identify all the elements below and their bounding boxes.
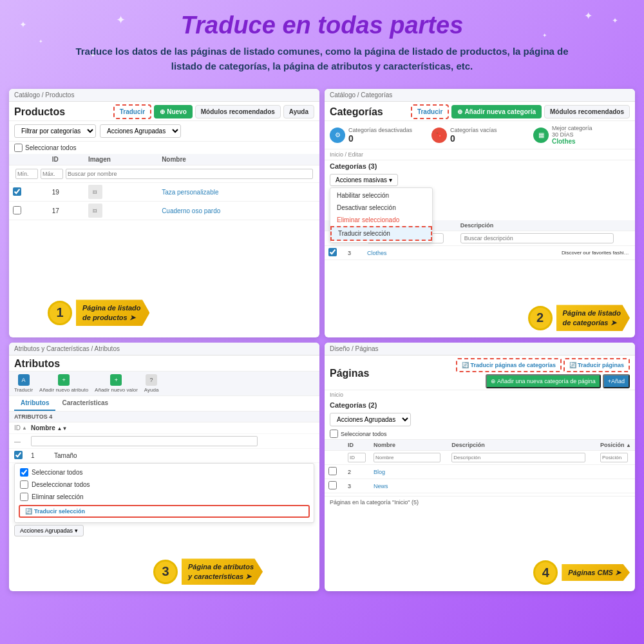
pos-search[interactable] <box>600 453 628 462</box>
deselect-all-cb[interactable] <box>20 480 28 489</box>
badge-1: 1 Página de listadode productos ➤ <box>48 299 149 326</box>
pages-acciones-select[interactable]: Acciones Agrupadas <box>330 413 411 426</box>
name-search-pages[interactable] <box>374 453 440 462</box>
product-name-1[interactable]: Taza personalizable <box>162 189 218 196</box>
dropdown-habilitar[interactable]: Habilitar selección <box>330 189 432 202</box>
th-cb <box>325 440 344 450</box>
panel-categories: Catálogo / Categorías Categorías Traduci… <box>325 89 635 337</box>
row-checkbox[interactable] <box>13 187 21 196</box>
toggle-icon: ⚙ <box>330 128 345 143</box>
atrib-header-row: ID ▲ Nombre ▲▼ <box>9 422 319 434</box>
th-id[interactable]: ID <box>344 440 370 450</box>
acciones-agrupadas-btn[interactable]: Acciones Agrupadas ▾ <box>14 525 84 536</box>
panels-grid: Catálogo / Productos Productos Traducir … <box>9 89 635 591</box>
translate-button-products[interactable]: Traducir <box>113 104 151 119</box>
acciones-masivas-area: Acciones masivas ▾ Habilitar selección D… <box>325 172 635 188</box>
id-search[interactable] <box>348 453 366 462</box>
tool-ayuda: ? Ayuda <box>144 374 159 393</box>
breadcrumb-pages: Diseño / Páginas <box>325 343 635 355</box>
delete-sel-text: Eliminar selección <box>32 493 84 500</box>
acciones-dropdown: Habilitar selección Desactivar selección… <box>330 187 433 243</box>
tool-add-atrib: + Añadir nuevo atributo <box>39 374 88 393</box>
products-title-row: Productos Traducir ⊕ Nuevo Módulos recom… <box>9 102 319 121</box>
translate-icon-small: 🔄 <box>25 508 32 515</box>
stat-empty-val: 0 <box>450 133 497 144</box>
page-name-2[interactable]: News <box>374 483 388 489</box>
add-category-button[interactable]: ⊕ Añadir nueva categoría <box>451 105 542 118</box>
add-page-button[interactable]: +Añad <box>603 374 630 388</box>
col-id[interactable]: ID <box>48 154 84 166</box>
cat-name[interactable]: Clothes <box>367 250 387 256</box>
badge-number-2: 2 <box>528 306 553 330</box>
cat-desc-search[interactable] <box>460 233 614 243</box>
tab-caracteristicas[interactable]: Características <box>55 396 115 411</box>
delete-sel-cb[interactable] <box>20 493 28 501</box>
atrib-checkbox[interactable] <box>14 451 23 459</box>
breadcrumb-edit: Inicio / Editar <box>325 149 635 160</box>
acciones-bottom: Acciones Agrupadas ▾ <box>9 523 319 538</box>
atrib-id-val: 1 <box>31 452 50 459</box>
min-filter[interactable] <box>15 169 38 179</box>
row-cb-2[interactable] <box>328 481 337 489</box>
add-page-cat-button[interactable]: ⊕ Añadir una nueva categoría de página <box>486 374 601 388</box>
th-nombre[interactable]: Nombre <box>370 440 448 450</box>
tool-add-val: + Añadir nuevo valor <box>95 374 138 393</box>
acciones-masivas-btn[interactable]: Acciones masivas ▾ <box>330 174 398 186</box>
dropdown-eliminar[interactable]: Eliminar seleccionado <box>330 214 432 226</box>
translate-button-categories[interactable]: Traducir <box>411 104 449 119</box>
th-desc[interactable]: Descripción <box>448 440 596 450</box>
products-table: ID Imagen Nombre <box>9 154 319 220</box>
col-name-label: Nombre ▲▼ <box>31 424 314 431</box>
deselect-all-text: Deseleccionar todos <box>32 481 90 488</box>
pages-title: Páginas <box>330 368 369 379</box>
empty-icon: 🔖 <box>431 128 447 143</box>
select-all-cb[interactable] <box>20 468 28 477</box>
traducir-seleccion-btn[interactable]: 🔄 Traducir selección <box>19 505 310 518</box>
pages-footer: Páginas en la categoría "Inicio" (5) <box>325 496 635 508</box>
help-icon: ? <box>146 374 157 386</box>
translate-cat-pages-button[interactable]: 🔄 Traducir páginas de categorías <box>456 358 562 372</box>
atrib-count: ATRIBUTOS 4 <box>9 412 319 422</box>
stat-best-label: Mejor categoría30 DÍAS <box>552 125 592 138</box>
name-search[interactable] <box>66 169 313 179</box>
stat-best: ▦ Mejor categoría30 DÍAS Clothes <box>533 125 630 145</box>
page-id-2: 3 <box>344 481 370 491</box>
page-title: Traduce en todas partes <box>13 12 631 39</box>
product-id-1: 19 <box>48 183 84 202</box>
new-button-products[interactable]: ⊕ Nuevo <box>154 105 193 118</box>
table-row: 3 Clothes Discover our favorites fashion… <box>325 246 635 260</box>
max-filter[interactable] <box>41 169 63 179</box>
product-name-2[interactable]: Cuaderno oso pardo <box>162 207 220 214</box>
pages-select-all-cb[interactable] <box>330 430 338 438</box>
help-button-products[interactable]: Ayuda <box>283 105 314 118</box>
modules-button-products[interactable]: Módulos recomendados <box>195 105 281 118</box>
category-filter[interactable]: Filtrar por categorías <box>14 124 96 138</box>
translate-icon: A <box>18 374 30 386</box>
cat-checkbox[interactable] <box>328 248 337 256</box>
desc-search-pages[interactable] <box>451 453 585 462</box>
deselect-all-item[interactable]: Deseleccionar todos <box>15 478 314 491</box>
dropdown-traducir[interactable]: Traducir selección <box>330 226 432 241</box>
page-name-1[interactable]: Blog <box>374 469 385 475</box>
modules-button-categories[interactable]: Módulos recomendados <box>544 105 630 118</box>
pages-title-row: Páginas 🔄 Traducir páginas de categorías… <box>325 355 635 390</box>
select-all-item[interactable]: Seleccionar todos <box>15 466 314 478</box>
col-desc: Descripción <box>457 220 635 231</box>
atrib-name-filter[interactable] <box>31 436 258 446</box>
badge-number-3: 3 <box>153 560 178 584</box>
select-all-checkbox[interactable] <box>14 144 23 152</box>
translate-pages-button[interactable]: 🔄 Traducir páginas <box>564 358 630 372</box>
select-all-text: Seleccionar todos <box>32 469 83 476</box>
col-checkbox <box>9 154 48 166</box>
select-all-row: Seleccionar todos <box>9 142 319 154</box>
row-checkbox[interactable] <box>13 206 21 214</box>
row-cb-1[interactable] <box>328 467 337 475</box>
delete-selection-item[interactable]: Eliminar selección <box>15 491 314 503</box>
acciones-agrupadas[interactable]: Acciones Agrupadas <box>100 124 181 138</box>
badge-label-4: Páginas CMS ➤ <box>562 564 630 581</box>
tab-atributos[interactable]: Atributos <box>14 396 55 411</box>
pages-cat-title: Categorías (2) <box>325 399 635 411</box>
dropdown-desactivar[interactable]: Desactivar selección <box>330 202 432 214</box>
stat-disabled-val: 0 <box>348 133 412 144</box>
pages-search-row <box>325 451 635 465</box>
